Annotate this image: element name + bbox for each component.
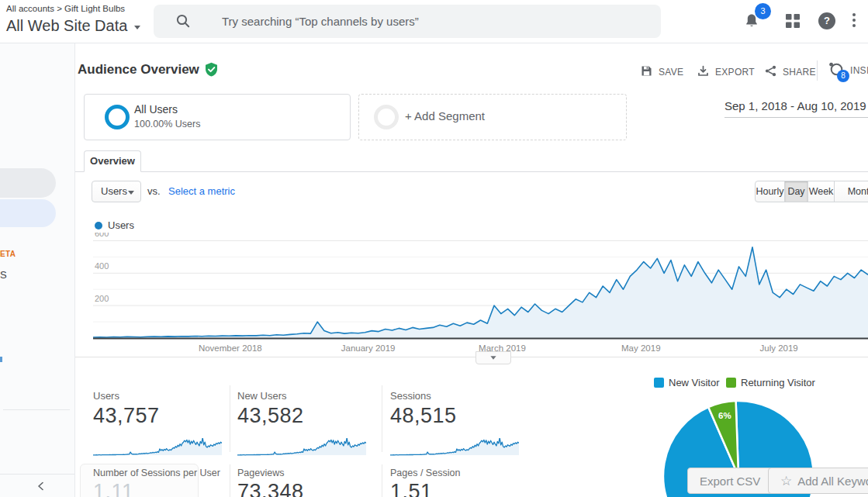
svg-text:600: 600 <box>95 233 109 238</box>
share-button[interactable]: SHARE <box>765 65 816 79</box>
help-icon[interactable]: ? <box>818 12 835 29</box>
page-title: Audience Overview <box>78 62 199 78</box>
sidebar-divider <box>0 474 75 475</box>
segment-ring-icon <box>374 105 399 129</box>
metric-sparkline <box>237 438 366 456</box>
segment-ring-icon <box>105 105 130 129</box>
pie-legend-returning-visitor: Returning Visitor <box>726 377 815 388</box>
tab-bar-divider <box>75 171 868 172</box>
svg-text:6%: 6% <box>718 411 731 420</box>
metric-label: Number of Sessions per User <box>93 468 220 478</box>
metric-value: 43,757 <box>93 404 227 428</box>
granularity-hourly[interactable]: Hourly <box>755 181 785 202</box>
header-divider <box>817 60 818 81</box>
x-axis-label: July 2019 <box>759 343 797 353</box>
metric-card-pageviews[interactable]: Pageviews 73,348 <box>237 468 304 497</box>
metric-card-sessions[interactable]: Sessions 48,515 <box>390 390 524 456</box>
more-menu-icon[interactable] <box>852 13 856 27</box>
segment-detail: 100.00% Users <box>134 119 200 129</box>
metric-column-divider <box>382 464 382 497</box>
metric-value: 1.11 <box>93 480 220 497</box>
metric-dropdown[interactable]: Users <box>92 181 141 202</box>
save-label: SAVE <box>659 67 683 78</box>
property-selector[interactable]: All Web Site Data <box>6 17 140 35</box>
metric-label: New Users <box>237 390 371 402</box>
metric-sparkline <box>93 438 222 456</box>
sidebar-item-hover[interactable] <box>0 168 56 198</box>
sidebar-label-fragment: S <box>0 269 7 281</box>
metric-card-new-users[interactable]: New Users 43,582 <box>237 390 371 456</box>
vs-label: vs. <box>147 185 161 197</box>
granularity-month[interactable]: Month <box>834 181 868 202</box>
add-segment-button[interactable]: + Add Segment <box>358 94 627 140</box>
add-all-keywords-button[interactable]: ☆ Add All Keywords <box>768 468 868 494</box>
save-button[interactable]: SAVE <box>641 65 683 79</box>
x-axis-label: January 2019 <box>341 343 396 353</box>
legend-label: Returning Visitor <box>741 377 815 388</box>
apps-grid-icon[interactable] <box>785 13 801 32</box>
export-csv-button[interactable]: Export CSV <box>687 468 773 494</box>
metric-card-users[interactable]: Users 43,757 <box>93 390 227 456</box>
insights-label: INSIGHTS <box>850 65 868 76</box>
chevron-down-icon <box>128 191 134 195</box>
search-icon <box>175 13 191 32</box>
sidebar-divider <box>3 409 70 410</box>
segment-all-users[interactable]: All Users 100.00% Users <box>84 94 351 140</box>
chevron-down-icon <box>490 356 496 360</box>
granularity-week[interactable]: Week <box>807 181 835 202</box>
x-axis-label: May 2019 <box>621 343 661 353</box>
granularity-toggle: Hourly Day Week Month <box>755 181 868 202</box>
verified-shield-icon <box>204 62 219 80</box>
legend-swatch <box>726 378 736 388</box>
legend-swatch <box>654 378 664 388</box>
svg-text:400: 400 <box>95 261 109 271</box>
metric-value: 1.51 <box>390 480 460 497</box>
collapse-sidebar-icon[interactable] <box>36 481 47 495</box>
notification-count-badge: 3 <box>755 3 771 19</box>
metric-column-divider <box>230 385 230 452</box>
chevron-down-icon <box>134 26 140 29</box>
series-legend-label: Users <box>108 219 134 231</box>
search-input[interactable] <box>222 5 641 38</box>
search-bar[interactable] <box>154 5 661 38</box>
beta-tag-fragment: ETA <box>0 250 16 258</box>
metric-value: 43,582 <box>237 404 371 428</box>
legend-label: New Visitor <box>669 377 720 388</box>
svg-text:200: 200 <box>95 294 109 303</box>
chart-collapse-button[interactable] <box>475 351 511 364</box>
add-segment-label: + Add Segment <box>405 109 485 123</box>
download-icon <box>697 65 709 80</box>
chart-panel-divider <box>75 357 868 357</box>
property-name: All Web Site Data <box>6 17 127 35</box>
analytics-audience-overview: All accounts > Gift Light Bulbs All Web … <box>0 0 868 497</box>
sidebar-item-active[interactable] <box>0 199 56 227</box>
metric-label: Pages / Session <box>390 468 460 478</box>
metric-label: Users <box>93 390 227 402</box>
share-label: SHARE <box>783 67 816 78</box>
date-range-picker[interactable]: Sep 1, 2018 - Aug 10, 2019 <box>724 96 868 118</box>
add-all-keywords-label: Add All Keywords <box>797 475 868 488</box>
share-icon <box>765 65 776 80</box>
metric-label: Sessions <box>390 390 524 402</box>
left-nav-sidebar: ETA S <box>0 43 75 497</box>
select-metric-link[interactable]: Select a metric <box>168 185 235 197</box>
metric-value: 48,515 <box>390 404 524 428</box>
metric-card-sessions-per-user[interactable]: Number of Sessions per User 1.11 <box>93 468 220 497</box>
tab-overview[interactable]: Overview <box>84 150 141 172</box>
star-icon: ☆ <box>780 473 792 489</box>
pie-legend-new-visitor: New Visitor <box>654 377 720 388</box>
export-csv-label: Export CSV <box>700 475 760 488</box>
metric-card-pages-per-session[interactable]: Pages / Session 1.51 <box>390 468 460 497</box>
x-axis-label: November 2018 <box>199 343 262 353</box>
sidebar-cut-icon <box>0 357 2 362</box>
users-timeseries-chart[interactable]: 200400600 <box>93 233 868 340</box>
segment-label: All Users <box>134 103 178 116</box>
metric-column-divider <box>230 464 230 497</box>
export-label: EXPORT <box>715 67 755 78</box>
series-legend-dot <box>95 222 102 230</box>
breadcrumb[interactable]: All accounts > Gift Light Bulbs <box>6 4 125 13</box>
metric-label: Pageviews <box>237 468 304 478</box>
export-button[interactable]: EXPORT <box>697 65 755 79</box>
metric-column-divider <box>382 385 382 452</box>
granularity-day[interactable]: Day <box>784 181 808 202</box>
